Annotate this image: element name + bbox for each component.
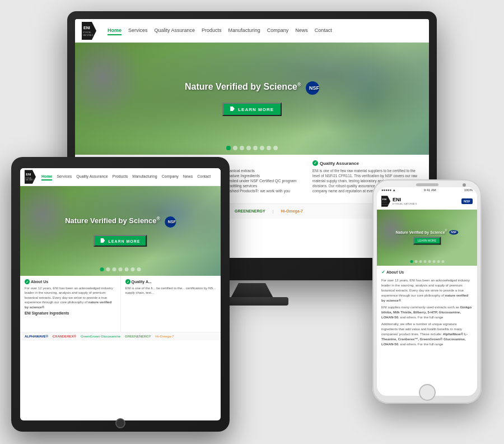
hero-dot-3[interactable] (240, 146, 244, 150)
hero-dot-6[interactable] (260, 146, 264, 150)
svg-marker-4 (25, 170, 36, 184)
tablet-screen: ENI ETHICAL NATURALS Home Services Quali… (20, 168, 221, 420)
phone-dot-3[interactable] (419, 260, 422, 263)
phone-about-check: ✓ (381, 269, 385, 276)
nav-products[interactable]: Products (202, 26, 222, 35)
tablet-learn-more-button[interactable]: LEARN MORE (94, 235, 147, 247)
tablet-home-button[interactable] (115, 418, 125, 428)
phone-logo-sub: ETHICAL NATURALS (393, 202, 461, 205)
phone-battery: 100% (464, 188, 473, 192)
nav-company[interactable]: Company (267, 26, 289, 35)
hero-dot-4[interactable] (246, 146, 251, 150)
tablet-hero-text: Nature Verified by Science® NSF LEARN MO… (65, 215, 176, 247)
svg-text:ETHICAL: ETHICAL (83, 31, 91, 34)
tablet-dot-2[interactable] (106, 267, 110, 271)
tablet-brand-greengrown: GreenGrown Glucosamine (81, 335, 120, 338)
phone-hero-text: Nature Verified by Science® NSF LEARN MO… (396, 229, 459, 244)
phone-time: 9:41 AM (424, 188, 436, 192)
tablet-nav-home[interactable]: Home (41, 173, 52, 181)
phone-home-button[interactable] (419, 384, 436, 401)
brand-hiomega: Hi-Omega-7 (278, 208, 306, 214)
tablet-nav-links: Home Services Quality Assurance Products… (41, 173, 216, 181)
tablet-nav-contact[interactable]: Contact (197, 173, 211, 181)
scene: ENI ETHICAL NATURALS Home Services Quali… (0, 0, 504, 444)
phone-speaker (416, 183, 438, 186)
tablet-device: ENI ETHICAL NATURALS Home Services Quali… (11, 157, 230, 432)
tablet-nav: ENI ETHICAL NATURALS Home Services Quali… (20, 168, 221, 186)
logo-icon: ENI ETHICAL NATURALS (82, 22, 96, 40)
phone-dot-4[interactable] (423, 260, 426, 263)
tablet-nav-news[interactable]: News (183, 173, 193, 181)
phone-dot-2[interactable] (414, 260, 417, 263)
tablet-dot-5[interactable] (125, 267, 129, 271)
tablet-brand-cranderex: CRANDEREX® (53, 335, 76, 338)
tablet-dot-4[interactable] (119, 267, 123, 271)
tablet-hero: Nature Verified by Science® NSF LEARN MO… (20, 186, 221, 276)
hero-dot-8[interactable] (273, 146, 278, 150)
phone-dot-5[interactable] (428, 260, 431, 263)
phone-about-title: ✓ About Us (381, 269, 473, 276)
brand-greenenergy: GREENENERGY (232, 208, 268, 214)
nav-quality[interactable]: Quality Assurance (155, 26, 195, 35)
nav-news[interactable]: News (295, 26, 308, 35)
nsf-badge: NSF (306, 81, 319, 95)
hero-dot-7[interactable] (267, 146, 271, 150)
quality-title: ✓ Quality Assurance (312, 160, 422, 166)
hero-dot-2[interactable] (233, 146, 237, 150)
svg-text:ENI: ENI (26, 173, 31, 176)
hero-dot-1[interactable] (226, 146, 231, 150)
phone-content: ✓ About Us For over 12 years, ENI has be… (377, 266, 477, 352)
monitor-hero: Nature Verified by Science® NSF LEARN MO… (75, 43, 429, 155)
tablet-brand-hiomega: Hi-Omega-7 (156, 335, 174, 338)
brand-separator-4: | (273, 209, 274, 214)
tablet-about-services: ✓ About Us For over 12 years, ENI has be… (20, 276, 121, 332)
tablet-signature: ENI Signature Ingredients (25, 311, 116, 315)
tablet-brand-alphawave: ALPHAWAVE® (25, 335, 48, 338)
nav-contact[interactable]: Contact (315, 26, 332, 35)
phone-frame: ●●●●● ▲ 9:41 AM 100% ENI ETHICAL NATURAL… (372, 179, 482, 404)
hero-dot-5[interactable] (253, 146, 258, 150)
nav-manufacturing[interactable]: Manufacturing (228, 26, 260, 35)
phone-learn-more-button[interactable]: LEARN MORE (413, 237, 441, 245)
phone-device: ●●●●● ▲ 9:41 AM 100% ENI ETHICAL NATURAL… (372, 179, 482, 404)
phone-about-p2: ENI supplies many commonly used extracts… (381, 305, 473, 320)
phone-dot-7[interactable] (437, 260, 440, 263)
tablet-brand-greenenergy: GREENENERGY (125, 335, 151, 338)
tablet-cta-icon (101, 238, 105, 243)
tablet-dot-7[interactable] (137, 267, 141, 271)
tablet-content-split: ✓ About Us For over 12 years, ENI has be… (20, 276, 221, 332)
svg-text:ETHICAL: ETHICAL (382, 201, 388, 202)
phone-logo-text-group: ENI ETHICAL NATURALS (393, 197, 461, 205)
tablet-nav-products[interactable]: Products (113, 173, 128, 181)
tablet-about-icon: ✓ (25, 279, 30, 284)
phone-about-p3: Additionally, we offer a number of uniqu… (381, 322, 473, 347)
tablet-dot-1[interactable] (100, 267, 104, 271)
tablet-dot-6[interactable] (131, 267, 135, 271)
tablet-quality: ✓ Quality A... ENI is one of the fi... b… (121, 276, 221, 332)
phone-dot-8[interactable] (441, 260, 444, 263)
tablet-nsf-badge: NSF (165, 216, 176, 228)
phone-about-p1: For over 12 years, ENI has been an ackno… (381, 278, 473, 303)
svg-text:NATURALS: NATURALS (83, 34, 94, 36)
phone-dot-1[interactable] (410, 260, 413, 263)
tablet-hero-headline: Nature Verified by Science® NSF (65, 216, 176, 225)
svg-text:ETHICAL: ETHICAL (26, 177, 32, 179)
phone-status-icons: ●●●●● ▲ (381, 188, 396, 192)
quality-check-icon: ✓ (312, 160, 318, 166)
nav-home[interactable]: Home (108, 26, 122, 35)
phone-hero: Nature Verified by Science® NSF LEARN MO… (377, 210, 477, 266)
tablet-nav-manufacturing[interactable]: Manufacturing (132, 173, 157, 181)
tablet-dot-3[interactable] (113, 267, 116, 271)
phone-logo-text: ENI (393, 197, 461, 202)
svg-text:NATURALS: NATURALS (382, 203, 389, 204)
monitor-nav: ENI ETHICAL NATURALS Home Services Quali… (75, 19, 429, 43)
phone-nav: ENI ETHICAL NATURALS ENI ETHICAL NATURAL… (377, 193, 477, 210)
tablet-nav-quality[interactable]: Quality Assurance (76, 173, 108, 181)
phone-status-bar: ●●●●● ▲ 9:41 AM 100% (377, 187, 477, 193)
hero-learn-more-button[interactable]: LEARN MORE (222, 103, 282, 116)
nav-services[interactable]: Services (128, 26, 148, 35)
tablet-nav-company[interactable]: Company (162, 173, 179, 181)
phone-hero-headline: Nature Verified by Science® NSF (396, 229, 459, 234)
phone-dot-6[interactable] (432, 260, 435, 263)
tablet-nav-services[interactable]: Services (57, 173, 72, 181)
